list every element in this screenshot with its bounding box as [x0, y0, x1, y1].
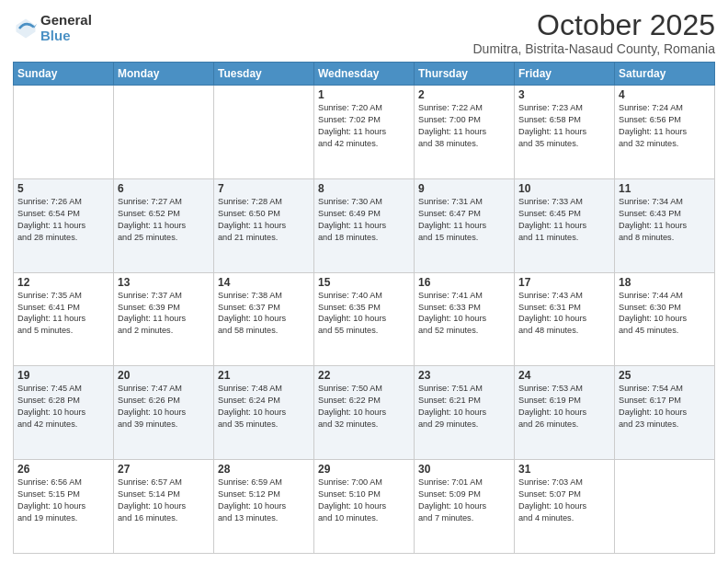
day-number: 8	[318, 182, 410, 195]
weekday-header-row: SundayMondayTuesdayWednesdayThursdayFrid…	[14, 63, 715, 86]
day-number: 7	[218, 182, 310, 195]
day-info: Sunrise: 7:24 AM Sunset: 6:56 PM Dayligh…	[619, 102, 711, 150]
calendar-cell	[214, 86, 314, 179]
calendar-cell	[114, 86, 214, 179]
logo-general: General	[40, 13, 92, 29]
day-info: Sunrise: 7:35 AM Sunset: 6:41 PM Dayligh…	[17, 290, 109, 338]
calendar-cell	[14, 86, 114, 179]
weekday-header-cell: Friday	[515, 63, 615, 86]
day-info: Sunrise: 7:51 AM Sunset: 6:21 PM Dayligh…	[418, 383, 510, 431]
calendar-cell: 20Sunrise: 7:47 AM Sunset: 6:26 PM Dayli…	[114, 366, 214, 460]
day-info: Sunrise: 7:20 AM Sunset: 7:02 PM Dayligh…	[318, 102, 410, 150]
day-number: 17	[518, 276, 610, 289]
calendar-table: SundayMondayTuesdayWednesdayThursdayFrid…	[13, 62, 715, 554]
weekday-header-cell: Tuesday	[214, 63, 314, 86]
calendar-cell: 14Sunrise: 7:38 AM Sunset: 6:37 PM Dayli…	[214, 272, 314, 366]
logo-icon	[13, 16, 39, 41]
calendar-cell: 7Sunrise: 7:28 AM Sunset: 6:50 PM Daylig…	[214, 178, 314, 272]
day-info: Sunrise: 7:54 AM Sunset: 6:17 PM Dayligh…	[619, 383, 711, 431]
day-number: 15	[318, 276, 410, 289]
day-number: 25	[619, 369, 711, 382]
title-block: October 2025 Dumitra, Bistrita-Nasaud Co…	[472, 9, 715, 56]
weekday-header-cell: Sunday	[14, 63, 114, 86]
day-info: Sunrise: 6:59 AM Sunset: 5:12 PM Dayligh…	[218, 477, 310, 524]
logo-blue: Blue	[40, 29, 92, 44]
calendar-week-row: 5Sunrise: 7:26 AM Sunset: 6:54 PM Daylig…	[14, 178, 715, 272]
calendar-cell: 17Sunrise: 7:43 AM Sunset: 6:31 PM Dayli…	[515, 272, 615, 366]
calendar-cell: 10Sunrise: 7:33 AM Sunset: 6:45 PM Dayli…	[515, 178, 615, 272]
day-number: 6	[118, 182, 210, 195]
day-info: Sunrise: 7:03 AM Sunset: 5:07 PM Dayligh…	[518, 477, 610, 524]
day-info: Sunrise: 7:48 AM Sunset: 6:24 PM Dayligh…	[218, 383, 310, 431]
calendar-cell: 2Sunrise: 7:22 AM Sunset: 7:00 PM Daylig…	[415, 86, 515, 179]
day-number: 28	[218, 463, 310, 476]
calendar-cell: 3Sunrise: 7:23 AM Sunset: 6:58 PM Daylig…	[515, 86, 615, 179]
page: General Blue October 2025 Dumitra, Bistr…	[0, 0, 728, 563]
calendar-cell	[615, 460, 715, 554]
day-info: Sunrise: 6:57 AM Sunset: 5:14 PM Dayligh…	[118, 477, 210, 524]
calendar-cell: 21Sunrise: 7:48 AM Sunset: 6:24 PM Dayli…	[214, 366, 314, 460]
day-number: 9	[418, 182, 510, 195]
calendar-cell: 1Sunrise: 7:20 AM Sunset: 7:02 PM Daylig…	[314, 86, 415, 179]
calendar-title: October 2025	[472, 9, 715, 41]
day-number: 26	[17, 463, 109, 476]
calendar-cell: 22Sunrise: 7:50 AM Sunset: 6:22 PM Dayli…	[314, 366, 415, 460]
day-number: 2	[418, 88, 510, 101]
calendar-cell: 26Sunrise: 6:56 AM Sunset: 5:15 PM Dayli…	[14, 460, 114, 554]
day-info: Sunrise: 7:01 AM Sunset: 5:09 PM Dayligh…	[418, 477, 510, 524]
day-info: Sunrise: 7:45 AM Sunset: 6:28 PM Dayligh…	[17, 383, 109, 431]
day-number: 10	[518, 182, 610, 195]
day-info: Sunrise: 7:22 AM Sunset: 7:00 PM Dayligh…	[418, 102, 510, 150]
calendar-cell: 4Sunrise: 7:24 AM Sunset: 6:56 PM Daylig…	[615, 86, 715, 179]
day-number: 29	[318, 463, 410, 476]
calendar-cell: 16Sunrise: 7:41 AM Sunset: 6:33 PM Dayli…	[415, 272, 515, 366]
day-number: 21	[218, 369, 310, 382]
calendar-cell: 8Sunrise: 7:30 AM Sunset: 6:49 PM Daylig…	[314, 178, 415, 272]
day-number: 19	[17, 369, 109, 382]
day-number: 31	[518, 463, 610, 476]
day-info: Sunrise: 7:00 AM Sunset: 5:10 PM Dayligh…	[318, 477, 410, 524]
calendar-cell: 6Sunrise: 7:27 AM Sunset: 6:52 PM Daylig…	[114, 178, 214, 272]
calendar-cell: 29Sunrise: 7:00 AM Sunset: 5:10 PM Dayli…	[314, 460, 415, 554]
header: General Blue October 2025 Dumitra, Bistr…	[13, 9, 715, 56]
calendar-week-row: 19Sunrise: 7:45 AM Sunset: 6:28 PM Dayli…	[14, 366, 715, 460]
calendar-subtitle: Dumitra, Bistrita-Nasaud County, Romania	[472, 41, 715, 56]
calendar-cell: 30Sunrise: 7:01 AM Sunset: 5:09 PM Dayli…	[415, 460, 515, 554]
day-info: Sunrise: 7:34 AM Sunset: 6:43 PM Dayligh…	[619, 196, 711, 244]
day-info: Sunrise: 7:47 AM Sunset: 6:26 PM Dayligh…	[118, 383, 210, 431]
calendar-cell: 23Sunrise: 7:51 AM Sunset: 6:21 PM Dayli…	[415, 366, 515, 460]
logo: General Blue	[13, 13, 92, 43]
day-number: 3	[518, 88, 610, 101]
day-number: 30	[418, 463, 510, 476]
calendar-cell: 12Sunrise: 7:35 AM Sunset: 6:41 PM Dayli…	[14, 272, 114, 366]
day-number: 4	[619, 88, 711, 101]
day-number: 24	[518, 369, 610, 382]
day-number: 5	[17, 182, 109, 195]
calendar-body: 1Sunrise: 7:20 AM Sunset: 7:02 PM Daylig…	[14, 86, 715, 554]
weekday-header-cell: Wednesday	[314, 63, 415, 86]
calendar-cell: 5Sunrise: 7:26 AM Sunset: 6:54 PM Daylig…	[14, 178, 114, 272]
calendar-week-row: 12Sunrise: 7:35 AM Sunset: 6:41 PM Dayli…	[14, 272, 715, 366]
day-info: Sunrise: 7:41 AM Sunset: 6:33 PM Dayligh…	[418, 290, 510, 338]
day-info: Sunrise: 6:56 AM Sunset: 5:15 PM Dayligh…	[17, 477, 109, 524]
day-info: Sunrise: 7:27 AM Sunset: 6:52 PM Dayligh…	[118, 196, 210, 244]
calendar-week-row: 1Sunrise: 7:20 AM Sunset: 7:02 PM Daylig…	[14, 86, 715, 179]
calendar-cell: 9Sunrise: 7:31 AM Sunset: 6:47 PM Daylig…	[415, 178, 515, 272]
day-number: 16	[418, 276, 510, 289]
calendar-cell: 15Sunrise: 7:40 AM Sunset: 6:35 PM Dayli…	[314, 272, 415, 366]
calendar-cell: 31Sunrise: 7:03 AM Sunset: 5:07 PM Dayli…	[515, 460, 615, 554]
day-info: Sunrise: 7:26 AM Sunset: 6:54 PM Dayligh…	[17, 196, 109, 244]
day-info: Sunrise: 7:50 AM Sunset: 6:22 PM Dayligh…	[318, 383, 410, 431]
day-number: 13	[118, 276, 210, 289]
day-number: 22	[318, 369, 410, 382]
weekday-header-cell: Monday	[114, 63, 214, 86]
day-info: Sunrise: 7:43 AM Sunset: 6:31 PM Dayligh…	[518, 290, 610, 338]
day-number: 20	[118, 369, 210, 382]
logo-text: General Blue	[40, 13, 92, 43]
weekday-header-cell: Thursday	[415, 63, 515, 86]
day-info: Sunrise: 7:44 AM Sunset: 6:30 PM Dayligh…	[619, 290, 711, 338]
calendar-cell: 25Sunrise: 7:54 AM Sunset: 6:17 PM Dayli…	[615, 366, 715, 460]
calendar-cell: 11Sunrise: 7:34 AM Sunset: 6:43 PM Dayli…	[615, 178, 715, 272]
calendar-cell: 27Sunrise: 6:57 AM Sunset: 5:14 PM Dayli…	[114, 460, 214, 554]
day-info: Sunrise: 7:28 AM Sunset: 6:50 PM Dayligh…	[218, 196, 310, 244]
